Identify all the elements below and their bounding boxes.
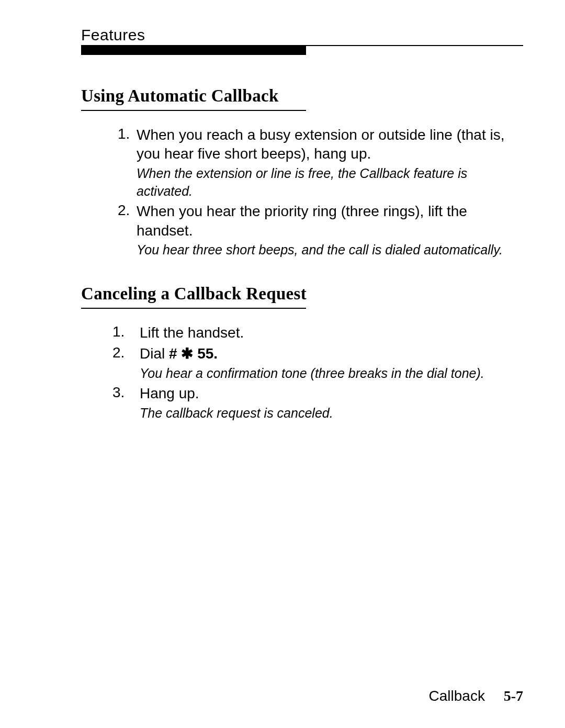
section-title-using-automatic-callback: Using Automatic Callback [81,86,523,106]
step-text: When you hear the priority ring (three r… [137,202,523,240]
step-text: When you reach a busy extension or outsi… [137,126,523,164]
step-note: You hear three short beeps, and the call… [137,241,523,259]
step-text: Lift the handset. [140,323,523,342]
step-note: You hear a confirmation tone (three brea… [140,365,523,383]
list-item: 3. Hang up. The callback request is canc… [112,384,523,422]
header-label: Features [81,26,145,44]
list-item: 2. When you hear the priority ring (thre… [118,202,523,259]
step-note: The callback request is canceled. [140,405,523,422]
step-text: Dial # ✱ 55. [140,344,523,363]
step-body: When you reach a busy extension or outsi… [137,126,523,200]
section-title-underline [81,308,306,309]
header-black-bar [81,46,306,55]
step-number: 2. [112,344,140,361]
step-body: Dial # ✱ 55. You hear a confirmation ton… [140,344,523,382]
list-item: 2. Dial # ✱ 55. You hear a confirmation … [112,344,523,382]
step-body: Lift the handset. [140,323,523,342]
step-body: When you hear the priority ring (three r… [137,202,523,259]
step-body: Hang up. The callback request is cancele… [140,384,523,422]
step-text: Hang up. [140,384,523,403]
footer-label: Callback [429,688,485,704]
list-item: 1. When you reach a busy extension or ou… [118,126,523,200]
section-title-canceling-callback: Canceling a Callback Request [81,284,523,304]
list-item: 1. Lift the handset. [112,323,523,342]
document-page: Features Using Automatic Callback 1. Whe… [0,0,565,728]
steps-section2: 1. Lift the handset. 2. Dial # ✱ 55. You… [112,323,523,422]
step-text-prefix: Dial [140,345,169,362]
dial-code: # ✱ 55. [169,345,218,362]
step-number: 1. [112,323,140,340]
footer-page-number: 5-7 [504,688,523,704]
step-number: 1. [118,126,137,142]
step-number: 3. [112,384,140,401]
page-header: Features [81,26,523,44]
page-footer: Callback 5-7 [429,688,524,704]
step-number: 2. [118,202,137,219]
section-title-underline [81,110,306,111]
steps-section1: 1. When you reach a busy extension or ou… [118,126,523,259]
step-note: When the extension or line is free, the … [137,165,523,200]
